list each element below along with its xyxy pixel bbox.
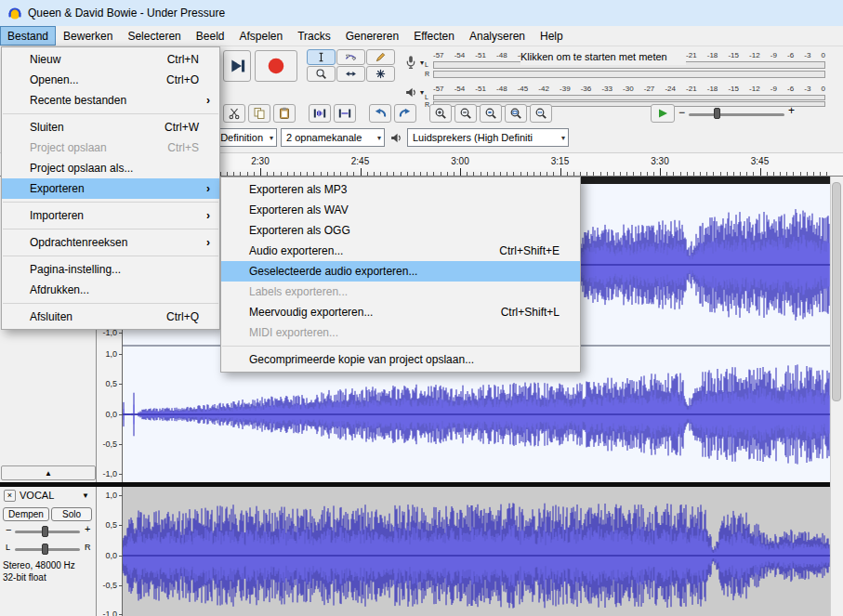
submenu-arrow-icon: › bbox=[206, 205, 210, 226]
menu-item-exporteren-als-ogg[interactable]: Exporteren als OGG bbox=[221, 220, 580, 241]
pan-right-label: R bbox=[85, 543, 91, 553]
menu-item-exporteren-als-mp3[interactable]: Exporteren als MP3 bbox=[221, 179, 580, 200]
play-meter-bar-left[interactable] bbox=[433, 95, 825, 100]
timeline-tick bbox=[473, 172, 474, 176]
menubar-item-afspelen[interactable]: Afspelen bbox=[232, 26, 291, 46]
multi-tool-button[interactable] bbox=[366, 66, 395, 82]
draw-icon bbox=[375, 51, 387, 63]
menu-item-sluiten[interactable]: SluitenCtrl+W bbox=[2, 117, 219, 138]
recording-device-value: Definition bbox=[220, 132, 263, 143]
menu-item-opdrachtenreeksen[interactable]: Opdrachtenreeksen› bbox=[2, 232, 219, 253]
menu-item-midi-exporteren[interactable]: MIDI exporteren... bbox=[221, 322, 580, 343]
timeline-tick bbox=[281, 172, 282, 176]
menu-item-afdrukken[interactable]: Afdrukken... bbox=[2, 280, 219, 300]
zoom-tool-button[interactable] bbox=[307, 66, 336, 82]
microphone-icon[interactable] bbox=[403, 53, 418, 72]
vertical-scrollbar-thumb[interactable] bbox=[832, 182, 841, 401]
skip-to-end-button[interactable] bbox=[223, 50, 251, 82]
track-close-icon[interactable]: × bbox=[4, 490, 16, 502]
menu-item-geselecteerde-audio-exporteren[interactable]: Geselecteerde audio exporteren... bbox=[221, 261, 580, 282]
menu-item-meervoudig-exporteren[interactable]: Meervoudig exporteren...Ctrl+Shift+L bbox=[221, 302, 580, 322]
menu-item-exporteren-als-wav[interactable]: Exporteren als WAV bbox=[221, 200, 580, 220]
timeline-tick bbox=[273, 172, 274, 176]
menu-item-exporteren[interactable]: Exporteren› bbox=[2, 178, 219, 199]
mute-button[interactable]: Dempen bbox=[3, 507, 49, 521]
menubar-item-effecten[interactable]: Effecten bbox=[406, 26, 462, 46]
menu-item-gecomprimeerde-kopie-van-project-opslaan[interactable]: Gecomprimeerde kopie van project opslaan… bbox=[221, 349, 580, 370]
timeline-tick bbox=[760, 168, 761, 176]
gain-slider-thumb[interactable] bbox=[42, 526, 48, 537]
menu-item-project-opslaan-als[interactable]: Project opslaan als... bbox=[2, 158, 219, 178]
menu-item-audio-exporteren[interactable]: Audio exporteren...Ctrl+Shift+E bbox=[221, 241, 580, 261]
envelope-tool-button[interactable] bbox=[336, 49, 365, 65]
speed-slider-thumb[interactable] bbox=[714, 108, 720, 119]
copy-button[interactable] bbox=[248, 104, 270, 123]
trim-button[interactable] bbox=[309, 104, 331, 123]
timeline-tick bbox=[267, 172, 268, 176]
menu-item-importeren[interactable]: Importeren› bbox=[2, 205, 219, 226]
speaker-icon[interactable] bbox=[404, 85, 418, 99]
zoom-icon bbox=[315, 68, 327, 80]
menu-item-afsluiten[interactable]: AfsluitenCtrl+Q bbox=[2, 307, 219, 327]
meter-scale-value: -57 bbox=[433, 85, 444, 93]
undo-button[interactable] bbox=[369, 104, 391, 123]
titlebar: Queen & David Bowie - Under Pressure bbox=[0, 0, 843, 26]
track-title[interactable]: VOCAL bbox=[20, 490, 54, 501]
menu-item-label: Nieuw bbox=[30, 53, 60, 66]
menu-item-nieuw[interactable]: NieuwCtrl+N bbox=[2, 49, 219, 70]
record-button[interactable] bbox=[255, 50, 297, 82]
redo-button[interactable] bbox=[394, 104, 416, 123]
menu-item-label: Afdrukken... bbox=[30, 283, 89, 296]
fit-project-icon bbox=[509, 107, 522, 120]
fit-project-button[interactable] bbox=[505, 104, 527, 123]
zoom-out-button[interactable] bbox=[454, 104, 477, 123]
menubar-item-tracks[interactable]: Tracks bbox=[290, 26, 338, 46]
play-at-speed-button[interactable] bbox=[651, 104, 675, 123]
timeline-tick bbox=[673, 172, 674, 176]
track1-collapse-button[interactable]: ▲ bbox=[1, 465, 96, 480]
menu-item-label: Openen... bbox=[30, 73, 79, 86]
menubar-item-help[interactable]: Help bbox=[533, 26, 571, 46]
zoom-toggle-button[interactable] bbox=[530, 104, 552, 123]
menubar-item-selecteren[interactable]: Selecteren bbox=[120, 26, 188, 46]
timeshift-tool-button[interactable] bbox=[336, 66, 365, 82]
solo-button[interactable]: Solo bbox=[51, 507, 92, 521]
menu-item-recente-bestanden[interactable]: Recente bestanden› bbox=[2, 90, 219, 111]
speaker-meter-dropdown-icon[interactable]: ▾ bbox=[420, 88, 424, 97]
menu-item-project-opslaan[interactable]: Project opslaanCtrl+S bbox=[2, 138, 219, 158]
timeline-tick bbox=[420, 172, 421, 176]
pan-slider-thumb[interactable] bbox=[42, 544, 48, 555]
envelope-icon bbox=[345, 51, 357, 63]
playback-device-combo[interactable]: Luidsprekers (High Definiti ▾ bbox=[407, 128, 569, 147]
draw-tool-button[interactable] bbox=[366, 49, 395, 65]
record-meter-bar-right[interactable] bbox=[433, 71, 825, 78]
menubar-item-beeld[interactable]: Beeld bbox=[189, 26, 232, 46]
menu-item-openen[interactable]: Openen...Ctrl+O bbox=[2, 70, 219, 90]
mic-meter-dropdown-icon[interactable]: ▾ bbox=[420, 59, 424, 67]
fit-selection-button[interactable] bbox=[480, 104, 502, 123]
recording-channels-combo[interactable]: 2 opnamekanale ▾ bbox=[281, 128, 385, 147]
menu-item-pagina-instelling[interactable]: Pagina-instelling... bbox=[2, 259, 219, 280]
paste-button[interactable] bbox=[273, 104, 296, 123]
submenu-arrow-icon: › bbox=[206, 90, 210, 111]
timeline-tick bbox=[367, 172, 368, 176]
cut-button[interactable] bbox=[223, 104, 245, 123]
menu-item-label: Exporteren als OGG bbox=[249, 224, 350, 237]
speed-slider-plus[interactable]: + bbox=[788, 106, 795, 116]
menubar-item-bewerken[interactable]: Bewerken bbox=[56, 26, 120, 46]
menubar-item-genereren[interactable]: Genereren bbox=[338, 26, 406, 46]
ruler-tick bbox=[119, 614, 123, 615]
silence-button[interactable] bbox=[334, 104, 356, 123]
timeline-tick bbox=[767, 172, 768, 176]
menubar-item-analyseren[interactable]: Analyseren bbox=[462, 26, 533, 46]
track2-waveform-selected[interactable] bbox=[123, 487, 830, 616]
menubar-item-bestand[interactable]: Bestand bbox=[0, 26, 56, 46]
speed-slider[interactable] bbox=[689, 113, 784, 116]
record-meter-message[interactable]: Klikken om te starten met meten bbox=[520, 49, 686, 65]
menu-item-labels-exporteren[interactable]: Labels exporteren... bbox=[221, 282, 580, 302]
export-submenu: Exporteren als MP3Exporteren als WAVExpo… bbox=[220, 177, 581, 373]
zoom-in-button[interactable] bbox=[429, 104, 452, 123]
speed-slider-minus[interactable]: − bbox=[678, 108, 685, 118]
track-menu-dropdown-icon[interactable]: ▼ bbox=[82, 491, 89, 500]
selection-tool-button[interactable] bbox=[307, 49, 336, 65]
